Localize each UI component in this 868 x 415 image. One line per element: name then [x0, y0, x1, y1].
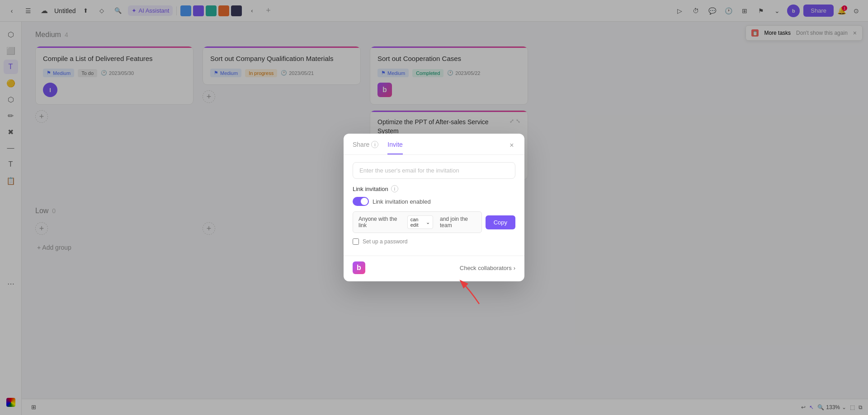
share-tab-label: Share [353, 141, 369, 148]
link-info-icon: i [391, 185, 398, 192]
email-input[interactable] [353, 162, 515, 179]
arrow-annotation [452, 277, 488, 308]
chevron-down-icon: ⌄ [426, 219, 430, 225]
link-text-box: Anyone with the link can edit ⌄ and join… [353, 211, 482, 233]
modal-close-button[interactable]: × [506, 140, 517, 151]
toggle-label: Link invitation enabled [373, 198, 431, 205]
password-row: Set up a password [353, 238, 515, 245]
invite-tab[interactable]: Invite [387, 141, 402, 154]
permission-dropdown[interactable]: can edit ⌄ [407, 215, 433, 229]
footer-logo-icon: b [353, 261, 365, 274]
link-text-prefix: Anyone with the link [359, 216, 400, 228]
password-label: Set up a password [363, 238, 407, 245]
toggle-knob [361, 198, 368, 205]
link-row: Anyone with the link can edit ⌄ and join… [353, 211, 515, 233]
link-toggle[interactable] [353, 197, 369, 206]
check-collaborators-button[interactable]: Check collaborators › [460, 265, 515, 271]
share-modal: Share i Invite × Link invitation i Link … [344, 134, 524, 281]
copy-button[interactable]: Copy [486, 215, 515, 229]
modal-header: Share i Invite × [344, 134, 524, 155]
toggle-row: Link invitation enabled [353, 197, 515, 206]
modal-body: Link invitation i Link invitation enable… [344, 155, 524, 252]
modal-footer: b Check collaborators › [344, 256, 524, 281]
chevron-right-icon: › [514, 265, 515, 271]
share-info-icon: i [371, 141, 378, 148]
share-tab[interactable]: Share i [353, 141, 378, 154]
check-collab-label: Check collaborators [460, 265, 512, 271]
link-text-suffix: and join the team [440, 216, 476, 228]
footer-logo: b [353, 261, 365, 274]
password-checkbox[interactable] [353, 238, 359, 245]
link-invitation-label: Link invitation i [353, 185, 515, 192]
modal-overlay[interactable]: Share i Invite × Link invitation i Link … [0, 0, 868, 415]
invite-tab-label: Invite [387, 141, 402, 148]
permission-label: can edit [410, 217, 425, 228]
